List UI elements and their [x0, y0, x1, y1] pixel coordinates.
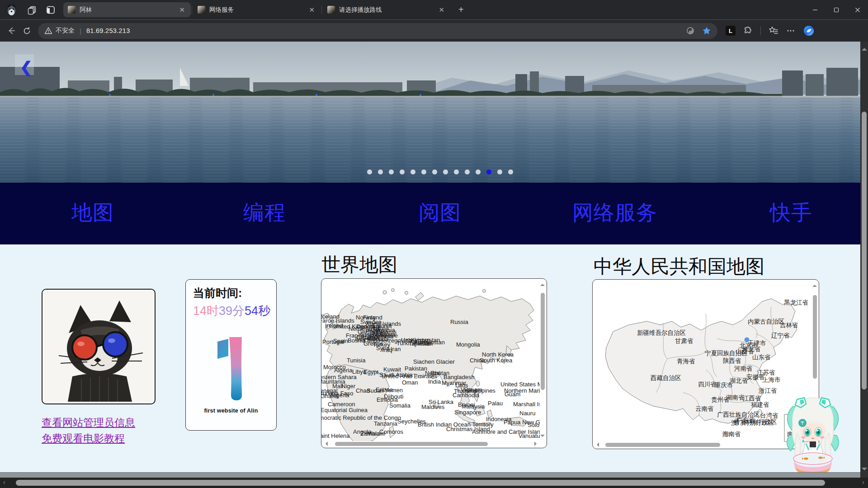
carousel-dot-0[interactable]	[367, 169, 372, 174]
browser-tab-2[interactable]: 请选择播放路线✕	[323, 2, 450, 17]
world-map-title: 世界地图	[321, 252, 397, 277]
carousel-dot-6[interactable]	[432, 169, 437, 174]
nav-link-2[interactable]: 阅图	[419, 198, 461, 226]
scroll-down-arrow[interactable]	[540, 435, 545, 439]
browser-horizontal-scrollbar[interactable]: ‹ ›	[0, 478, 868, 488]
world-map-panel[interactable]: RussiaKazakhstanMongoliaNorth KoreaSouth…	[321, 278, 547, 448]
carousel-dot-5[interactable]	[421, 169, 426, 174]
profile-avatar[interactable]	[4, 2, 19, 17]
carousel-dot-3[interactable]	[400, 169, 405, 174]
map-label: Ghana	[321, 393, 339, 399]
extensions-puzzle-icon[interactable]	[743, 26, 753, 36]
map-label: Pakistan	[405, 365, 427, 372]
map-label: Ireland	[325, 322, 343, 329]
admin-cat-photo[interactable]	[42, 289, 156, 404]
security-label[interactable]: 不安全	[56, 27, 75, 35]
map-label: Algeria	[334, 367, 353, 374]
favorites-collections-icon[interactable]	[769, 26, 778, 36]
scroll-right-arrow[interactable]: ›	[862, 479, 864, 486]
url-separator: |	[80, 27, 81, 35]
scroll-thumb[interactable]	[813, 295, 817, 379]
carousel-dot-1[interactable]	[378, 169, 383, 174]
scroll-thumb[interactable]	[605, 443, 720, 447]
scroll-left-arrow[interactable]	[594, 442, 599, 447]
scroll-thumb[interactable]	[541, 293, 545, 390]
map-label: Northern Mariana Islands	[504, 387, 541, 394]
carousel-prev-arrow[interactable]: ❮	[20, 60, 33, 75]
back-button[interactable]	[7, 26, 16, 35]
scroll-down-arrow[interactable]	[862, 468, 867, 473]
carousel-dot-13[interactable]	[508, 169, 513, 174]
map-label: Iran	[391, 346, 401, 352]
map-label: 黑龙江省	[784, 299, 808, 306]
map-label: Niger	[341, 383, 356, 389]
scroll-thumb[interactable]	[16, 480, 825, 486]
browser-vertical-scrollbar[interactable]	[860, 42, 868, 478]
window-controls	[804, 0, 868, 19]
nav-link-3[interactable]: 网络服务	[572, 198, 657, 226]
map-label: 陕西省	[723, 357, 741, 364]
map-label: 江西省	[743, 395, 761, 402]
world-map-horizontal-scrollbar[interactable]	[322, 441, 540, 447]
scroll-up-arrow[interactable]	[812, 282, 817, 287]
nav-link-0[interactable]: 地图	[71, 198, 114, 226]
scroll-thumb[interactable]	[335, 442, 488, 446]
new-tab-button[interactable]: +	[456, 5, 467, 15]
tab-close-button[interactable]: ✕	[437, 6, 446, 14]
tab-title: 网络服务	[209, 6, 304, 14]
tab-layout-icon[interactable]	[45, 5, 56, 15]
scroll-up-arrow[interactable]	[540, 282, 545, 286]
close-window-button[interactable]	[847, 0, 868, 19]
maximize-button[interactable]	[826, 0, 847, 19]
copilot-icon[interactable]	[803, 25, 815, 37]
clock-title: 当前时间:	[193, 286, 269, 300]
browser-tab-1[interactable]: 网络服务✕	[193, 2, 321, 17]
tab-close-button[interactable]: ✕	[178, 6, 186, 14]
map-label: Yemen	[385, 387, 403, 394]
map-label: 台湾省	[760, 412, 778, 419]
map-label: Nauru	[519, 410, 535, 417]
scroll-up-arrow[interactable]	[862, 45, 867, 51]
carousel-dot-12[interactable]	[497, 169, 502, 174]
refresh-button[interactable]	[23, 27, 31, 35]
bookmark-star-icon[interactable]	[702, 26, 711, 35]
carousel-dot-10[interactable]	[476, 169, 481, 174]
profile-link-1[interactable]: 免费观看电影教程	[42, 431, 135, 446]
carousel-dot-9[interactable]	[465, 169, 470, 174]
scroll-left-arrow[interactable]	[323, 441, 328, 446]
settings-more-icon[interactable]	[786, 26, 795, 35]
address-bar[interactable]: 不安全 | 81.69.253.213	[38, 23, 717, 39]
tab-close-button[interactable]: ✕	[307, 6, 316, 14]
minimize-button[interactable]	[804, 0, 826, 19]
carousel-dot-7[interactable]	[443, 169, 448, 174]
l-extension-icon[interactable]: L	[726, 26, 736, 36]
hero-carousel[interactable]: ❮	[0, 42, 860, 183]
live2d-mascot[interactable]	[783, 394, 842, 472]
map-label: Somalia	[389, 402, 411, 409]
profile-link-0[interactable]: 查看网站管理员信息	[42, 415, 135, 431]
url-text[interactable]: 81.69.253.213	[86, 27, 130, 34]
scroll-right-arrow[interactable]	[534, 441, 539, 446]
carousel-dot-11[interactable]	[486, 169, 491, 174]
reading-mode-icon[interactable]	[686, 26, 695, 35]
nav-link-4[interactable]: 快手	[770, 198, 812, 226]
workspaces-icon[interactable]	[27, 5, 38, 15]
map-label: India	[428, 378, 441, 385]
map-label: Comoros	[379, 428, 403, 435]
map-label: Russia	[450, 319, 469, 325]
map-label: 浙江省	[758, 387, 777, 394]
scroll-left-arrow[interactable]: ‹	[3, 479, 5, 486]
world-map-vertical-scrollbar[interactable]	[540, 280, 546, 441]
browser-tab-0[interactable]: 阿林✕	[63, 2, 191, 17]
site-caption: first website of Alin	[193, 408, 269, 414]
map-label: 重庆市	[715, 382, 733, 389]
china-map-horizontal-scrollbar[interactable]	[594, 442, 812, 448]
carousel-dot-2[interactable]	[389, 169, 394, 174]
carousel-dot-8[interactable]	[454, 169, 459, 174]
china-map-svg: 黑龙江省内蒙古自治区吉林省辽宁省新疆维吾尔自治区甘肃省宁夏回族自治区北京市天津市…	[593, 280, 813, 443]
scroll-thumb[interactable]	[862, 112, 867, 389]
nav-link-1[interactable]: 编程	[243, 198, 286, 226]
carousel-dot-4[interactable]	[410, 169, 415, 174]
map-label: 内蒙古自治区	[748, 318, 784, 325]
map-label: Marshall Islands	[513, 401, 541, 408]
